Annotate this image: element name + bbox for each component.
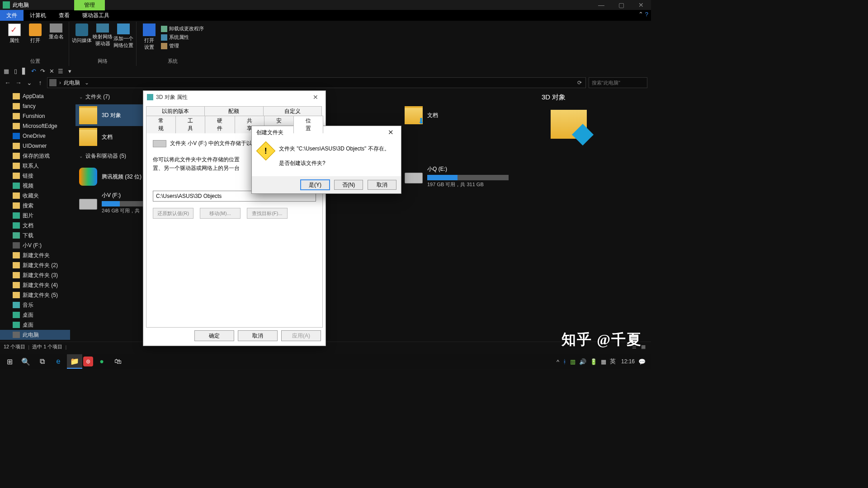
tree-item[interactable]: AppData (0, 91, 70, 101)
qat-props-icon[interactable]: ☰ (57, 68, 64, 75)
context-tab-manage[interactable]: 管理 (74, 0, 105, 10)
tab-quota[interactable]: 配额 (204, 106, 263, 116)
qat-new-icon[interactable]: ▦ (3, 68, 10, 75)
tree-item[interactable]: 视频 (0, 181, 70, 191)
tray-chevron-up-icon[interactable]: ^ (557, 358, 559, 365)
tree-item[interactable]: 小V (F:) (0, 240, 70, 250)
tree-item[interactable]: 保存的游戏 (0, 151, 70, 161)
tree-item[interactable]: 新建文件夹 (3) (0, 270, 70, 280)
rename-button[interactable]: 重命名 (46, 23, 66, 44)
tree-item[interactable]: 图片 (0, 211, 70, 221)
tree-item[interactable]: 新建文件夹 (4) (0, 280, 70, 290)
system-properties-button[interactable]: 系统属性 (161, 34, 204, 41)
tree-item[interactable]: 链接 (0, 171, 70, 181)
app-red-button[interactable]: ⊜ (83, 357, 93, 366)
breadcrumb-box[interactable]: › 此电脑 ⌄ ⟳ (47, 77, 586, 88)
clock[interactable]: 12:16 (619, 358, 635, 365)
tree-item[interactable]: 桌面 (0, 310, 70, 320)
no-button[interactable]: 否(N) (334, 180, 363, 190)
access-media-button[interactable]: 访问媒体 (72, 23, 92, 49)
tree-item[interactable]: 桌面 (0, 320, 70, 330)
ime-indicator[interactable]: 英 (610, 357, 616, 366)
tab-drive-tools[interactable]: 驱动器工具 (76, 10, 116, 21)
yes-button[interactable]: 是(Y) (301, 180, 330, 190)
close-button[interactable]: ✕ (385, 128, 396, 136)
add-network-button[interactable]: 添加一个 网络位置 (113, 23, 133, 49)
tab-file[interactable]: 文件 (0, 10, 24, 21)
close-button[interactable]: ✕ (631, 0, 651, 10)
taskbar-search-button[interactable]: 🔍 (18, 354, 33, 369)
open-button[interactable]: 打开 (25, 23, 45, 44)
nav-forward-button[interactable]: → (14, 79, 23, 86)
tree-item[interactable]: 文档 (0, 221, 70, 230)
task-view-button[interactable]: ⧉ (34, 354, 50, 369)
qat-redo-icon[interactable]: ↷ (39, 68, 46, 75)
tab-previous-versions[interactable]: 以前的版本 (146, 106, 205, 116)
drive-item-e[interactable]: 小Q (E:) 197 GB 可用，共 311 GB (401, 164, 564, 190)
tree-item[interactable]: UIDowner (0, 141, 70, 151)
tree-item[interactable]: 此电脑 (0, 330, 70, 340)
cancel-button[interactable]: 取消 (238, 330, 278, 341)
tab-customize[interactable]: 自定义 (263, 106, 322, 116)
action-center-icon[interactable]: 💬 (638, 358, 646, 365)
tree-item[interactable]: MicrosoftEdge (0, 121, 70, 131)
qat-undo-icon[interactable]: ↶ (30, 68, 37, 75)
tree-item[interactable]: OneDrive (0, 131, 70, 141)
manage-button[interactable]: 管理 (161, 42, 204, 49)
tree-item[interactable]: 新建文件夹 (5) (0, 290, 70, 300)
minimize-button[interactable]: — (591, 0, 611, 10)
tree-item[interactable]: Funshion (0, 111, 70, 121)
chevron-right-icon[interactable]: › (59, 80, 61, 86)
bluetooth-icon[interactable]: ᚼ (563, 358, 566, 365)
tab-tools[interactable]: 工具 (175, 116, 205, 133)
battery-icon[interactable]: 🔋 (590, 358, 597, 365)
uninstall-programs-button[interactable]: 卸载或更改程序 (161, 25, 204, 32)
properties-titlebar[interactable]: 3D 对象 属性 ✕ (143, 91, 326, 103)
tab-hardware[interactable]: 硬件 (205, 116, 235, 133)
tree-item[interactable]: 搜索 (0, 201, 70, 211)
wechat-button[interactable]: ● (94, 354, 109, 369)
nvidia-icon[interactable]: ▥ (570, 358, 576, 365)
cancel-button[interactable]: 取消 (368, 180, 396, 190)
navigation-tree[interactable]: AppDatafancyFunshionMicrosoftEdgeOneDriv… (0, 89, 70, 342)
nav-up-button[interactable]: ↑ (36, 79, 44, 86)
tree-item[interactable]: 新建文件夹 (2) (0, 260, 70, 270)
volume-icon[interactable]: 🔊 (579, 358, 586, 365)
file-explorer-button[interactable]: 📁 (67, 354, 82, 369)
ribbon-collapse[interactable]: ⌃? (636, 10, 651, 21)
chevron-down-icon[interactable]: ⌄ (83, 80, 91, 86)
open-settings-button[interactable]: 打开 设置 (139, 23, 159, 51)
close-button[interactable]: ✕ (309, 94, 322, 101)
help-icon[interactable]: ? (645, 11, 648, 20)
network-icon[interactable]: ▦ (601, 358, 606, 365)
move-button[interactable]: 移动(M)... (200, 208, 241, 219)
maximize-button[interactable]: ▢ (611, 0, 631, 10)
find-target-button[interactable]: 查找目标(F)... (247, 208, 288, 219)
breadcrumb-this-pc[interactable]: 此电脑 (64, 79, 80, 87)
qat-paste-icon[interactable]: ▯ (12, 68, 19, 75)
tab-location[interactable]: 位置 (293, 116, 323, 133)
tab-computer[interactable]: 计算机 (24, 10, 52, 21)
tree-item[interactable]: 新建文件夹 (0, 250, 70, 260)
msgbox-titlebar[interactable]: 创建文件夹 ✕ (252, 126, 401, 139)
nav-back-button[interactable]: ← (4, 79, 12, 86)
map-drive-button[interactable]: 映射网络 驱动器 (93, 23, 113, 49)
tree-item[interactable]: fancy (0, 101, 70, 111)
search-box[interactable]: 🔍 (589, 77, 647, 88)
restore-default-button[interactable]: 还原默认值(R) (153, 208, 193, 219)
tab-view[interactable]: 查看 (52, 10, 76, 21)
qat-dropdown-icon[interactable]: ▾ (66, 68, 73, 75)
tree-item[interactable]: 下载 (0, 230, 70, 240)
folder-item-documents-right[interactable]: ⬇ 文档 (401, 104, 564, 126)
edge-button[interactable]: e (51, 354, 66, 369)
tab-general[interactable]: 常规 (146, 116, 176, 133)
apply-button[interactable]: 应用(A) (281, 330, 321, 341)
qat-copy-icon[interactable]: ▋ (21, 68, 28, 75)
store-button[interactable]: 🛍 (110, 354, 126, 369)
start-button[interactable]: ⊞ (2, 354, 17, 369)
ok-button[interactable]: 确定 (194, 330, 234, 341)
search-input[interactable] (592, 80, 651, 85)
properties-button[interactable]: 属性 (5, 23, 24, 44)
qat-delete-icon[interactable]: ✕ (48, 68, 55, 75)
refresh-button[interactable]: ⟳ (576, 80, 584, 86)
